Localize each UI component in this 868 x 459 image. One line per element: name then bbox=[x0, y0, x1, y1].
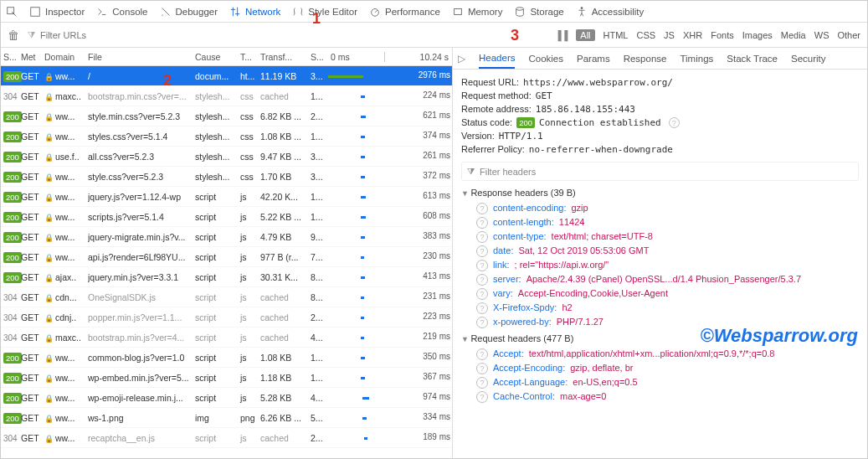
col-domain[interactable]: Domain bbox=[44, 52, 88, 62]
summary-remote-v: 185.86.148.155:443 bbox=[536, 104, 635, 115]
filter-css[interactable]: CSS bbox=[636, 30, 655, 40]
table-row[interactable]: 200GET🔒ww...style.min.css?ver=5.2.3style… bbox=[1, 106, 452, 126]
table-row[interactable]: 200GET🔒ww.../docum...ht...11.19 KB3...29… bbox=[1, 66, 452, 86]
svg-point-4 bbox=[516, 7, 524, 10]
col-file[interactable]: File bbox=[88, 52, 195, 62]
header-line: ?server Apache/2.4.39 (cPanel) OpenSSL..… bbox=[476, 274, 859, 286]
svg-rect-1 bbox=[31, 7, 40, 16]
tab-params[interactable]: Params bbox=[577, 49, 610, 68]
col-type[interactable]: T... bbox=[240, 52, 260, 62]
tool-picker[interactable] bbox=[6, 6, 18, 18]
response-headers-section[interactable]: Response headers (39 B) bbox=[461, 188, 859, 198]
filter-html[interactable]: HTML bbox=[603, 30, 629, 40]
filter-xhr[interactable]: XHR bbox=[683, 30, 702, 40]
summary-status-text: Connection established bbox=[539, 117, 661, 128]
tool-accessibility[interactable]: Accessibility bbox=[576, 6, 645, 18]
table-row[interactable]: 200GET🔒ww...styles.css?ver=5.1.4stylesh.… bbox=[1, 126, 452, 147]
pause-icon[interactable]: ▐▐ bbox=[555, 30, 568, 40]
tab-response[interactable]: Response bbox=[624, 49, 667, 68]
table-row[interactable]: 304GET🔒cdn...OneSignalSDK.jsscriptjscach… bbox=[1, 287, 452, 307]
toggle-raw-icon[interactable]: ▷ bbox=[458, 53, 465, 64]
table-row[interactable]: 200GET🔒ww...jquery.js?ver=1.12.4-wpscrip… bbox=[1, 187, 452, 207]
detail-tabs: ▷ Headers Cookies Params Response Timing… bbox=[453, 48, 867, 70]
tool-console[interactable]: Console bbox=[96, 6, 147, 18]
col-size[interactable]: S... bbox=[311, 52, 327, 62]
col-cause[interactable]: Cause bbox=[195, 52, 240, 62]
tool-memory[interactable]: Memory bbox=[452, 6, 503, 18]
help-icon[interactable]: ? bbox=[476, 302, 488, 314]
header-line: ?Accept-Language en-US,en;q=0.5 bbox=[476, 377, 859, 389]
table-row[interactable]: 200GET🔒ww...scripts.js?ver=5.1.4scriptjs… bbox=[1, 207, 452, 227]
filter-images[interactable]: Images bbox=[742, 30, 773, 40]
table-row[interactable]: 304GET🔒maxc..bootstrap.min.css?ver=...st… bbox=[1, 86, 452, 106]
tab-stack-trace[interactable]: Stack Trace bbox=[727, 49, 778, 68]
watermark: ©Websparrow.org bbox=[700, 325, 858, 347]
summary-ref-v: no-referrer-when-downgrade bbox=[529, 144, 673, 155]
tool-performance[interactable]: Performance bbox=[369, 6, 440, 18]
help-icon[interactable]: ? bbox=[476, 274, 488, 286]
header-line: ?Cache-Control max-age=0 bbox=[476, 391, 859, 403]
filter-bar: 🗑 ⧩ ▐▐ All HTML CSS JS XHR Fonts Images … bbox=[1, 23, 867, 48]
header-line: ?content-type text/html; charset=UTF-8 bbox=[476, 231, 859, 243]
tool-style-editor[interactable]: Style Editor bbox=[292, 6, 357, 18]
table-row[interactable]: 200GET🔒ww...jquery-migrate.min.js?v...sc… bbox=[1, 227, 452, 247]
help-icon[interactable]: ? bbox=[476, 363, 488, 374]
trash-icon[interactable]: 🗑 bbox=[8, 28, 19, 42]
help-icon[interactable]: ? bbox=[476, 391, 488, 403]
summary-version-k: Version: bbox=[461, 131, 495, 142]
help-icon[interactable]: ? bbox=[476, 245, 488, 257]
table-row[interactable]: 304GET🔒cdnj..popper.min.js?ver=1.1...scr… bbox=[1, 307, 452, 327]
tool-storage[interactable]: Storage bbox=[514, 6, 563, 18]
help-icon[interactable]: ? bbox=[476, 348, 488, 360]
summary-method-k: Request method: bbox=[461, 90, 532, 101]
tool-network[interactable]: Network bbox=[229, 6, 280, 18]
summary-status-code: 200 bbox=[516, 117, 535, 128]
help-icon[interactable]: ? bbox=[476, 317, 488, 328]
tab-timings[interactable]: Timings bbox=[680, 49, 713, 68]
table-row[interactable]: 304GET🔒maxc..bootstrap.min.js?ver=4...sc… bbox=[1, 327, 452, 348]
filter-headers-box[interactable]: ⧩Filter headers bbox=[461, 162, 859, 181]
filter-fonts[interactable]: Fonts bbox=[711, 30, 734, 40]
tool-debugger[interactable]: Debugger bbox=[160, 6, 218, 18]
table-row[interactable]: 200GET🔒use.f..all.css?ver=5.2.3stylesh..… bbox=[1, 147, 452, 167]
help-icon[interactable]: ? bbox=[476, 288, 488, 300]
table-row[interactable]: 304GET🔒ww...recaptcha__en.jsscriptjscach… bbox=[1, 428, 452, 448]
table-row[interactable]: 200GET🔒ww...ws-1.pngimgpng6.26 KB ...5..… bbox=[1, 408, 452, 428]
help-icon[interactable]: ? bbox=[476, 231, 488, 243]
col-transferred[interactable]: Transf... bbox=[260, 52, 311, 62]
details-panel: ▷ Headers Cookies Params Response Timing… bbox=[453, 48, 867, 458]
tab-headers[interactable]: Headers bbox=[479, 49, 515, 69]
summary-ref-k: Referrer Policy: bbox=[461, 144, 525, 155]
help-icon[interactable]: ? bbox=[476, 377, 488, 389]
tool-inspector[interactable]: Inspector bbox=[29, 6, 85, 18]
summary-status-k: Status code: bbox=[461, 117, 512, 128]
filter-js[interactable]: JS bbox=[664, 30, 675, 40]
filter-media[interactable]: Media bbox=[781, 30, 806, 40]
info-icon[interactable]: ? bbox=[669, 117, 680, 128]
filter-ws[interactable]: WS bbox=[814, 30, 829, 40]
header-line: ?Accept text/html,application/xhtml+xm..… bbox=[476, 348, 859, 360]
tab-cookies[interactable]: Cookies bbox=[528, 49, 563, 68]
table-row[interactable]: 200GET🔒ajax..jquery.min.js?ver=3.3.1scri… bbox=[1, 267, 452, 287]
help-icon[interactable]: ? bbox=[476, 203, 488, 214]
filter-types: ▐▐ All HTML CSS JS XHR Fonts Images Medi… bbox=[555, 29, 860, 41]
table-row[interactable]: 200GET🔒ww...common-blog.js?ver=1.0script… bbox=[1, 348, 452, 368]
table-row[interactable]: 200GET🔒ww...style.css?ver=5.2.3stylesh..… bbox=[1, 167, 452, 187]
col-method[interactable]: Met bbox=[21, 52, 44, 62]
header-line: ?date Sat, 12 Oct 2019 05:53:06 GMT bbox=[476, 245, 859, 257]
tab-security[interactable]: Security bbox=[791, 49, 826, 68]
table-row[interactable]: 200GET🔒ww...api.js?render=6Lf98YU...scri… bbox=[1, 247, 452, 267]
header-line: ?X-Firefox-Spdy h2 bbox=[476, 302, 859, 314]
table-row[interactable]: 200GET🔒ww...wp-emoji-release.min.j...scr… bbox=[1, 388, 452, 408]
devtools-toolbar: Inspector Console Debugger Network Style… bbox=[1, 1, 867, 23]
summary-url-v: https://www.websparrow.org/ bbox=[523, 77, 673, 88]
table-row[interactable]: 200GET🔒ww...wp-embed.min.js?ver=5...scri… bbox=[1, 368, 452, 388]
col-waterfall[interactable]: 0 ms10.24 s bbox=[327, 52, 452, 62]
filter-other[interactable]: Other bbox=[837, 30, 860, 40]
request-list: S... Met Domain File Cause T... Transf..… bbox=[1, 48, 453, 458]
filter-url-input[interactable] bbox=[40, 30, 132, 40]
col-status[interactable]: S... bbox=[1, 52, 21, 62]
help-icon[interactable]: ? bbox=[476, 217, 488, 229]
filter-all[interactable]: All bbox=[576, 29, 594, 41]
help-icon[interactable]: ? bbox=[476, 260, 488, 271]
